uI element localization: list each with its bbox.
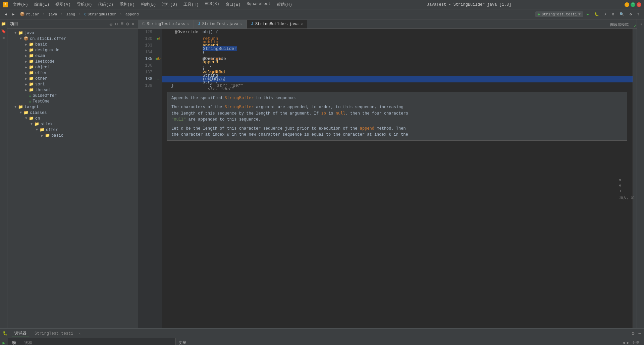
nav-forward-button[interactable]: ▶	[10, 11, 17, 17]
nav-java[interactable]: java	[46, 12, 59, 17]
debug-minimize-icon[interactable]: ─	[639, 331, 641, 336]
maximize-button[interactable]: □	[631, 2, 635, 7]
tree-arrow-basic[interactable]: ▶	[23, 43, 29, 47]
debug-button[interactable]: 🐛	[592, 11, 601, 17]
tree-item-exam[interactable]: ▶ 📁 exam	[7, 53, 138, 59]
menu-run[interactable]: 运行(U)	[159, 1, 180, 8]
tree-arrow-classes[interactable]: ▼	[18, 111, 23, 115]
structure-btn[interactable]: ≡	[1, 36, 7, 42]
vars-back-icon[interactable]: ◀	[623, 340, 625, 345]
tab-close-stringtest-class[interactable]: ✕	[187, 22, 189, 26]
close-button[interactable]: ✕	[637, 2, 641, 7]
tree-arrow-offer-pkg[interactable]: ▼	[18, 37, 23, 41]
tab-close-stringtest-java[interactable]: ✕	[240, 22, 243, 26]
tree-item-guideoffer[interactable]: ☕ GuideOffer	[7, 93, 138, 98]
tree-item-sort[interactable]: ▶ 📁 sort	[7, 81, 138, 87]
tab-stringbuilder-java[interactable]: J StringBuilder.java ✕	[247, 20, 307, 28]
tree-arrow-thread[interactable]: ▶	[23, 88, 29, 92]
menu-squaretest[interactable]: Squaretest	[244, 1, 273, 8]
tree-arrow-other[interactable]: ▶	[23, 77, 29, 81]
tree-arrow-designmode[interactable]: ▶	[23, 48, 29, 52]
nav-append[interactable]: append	[123, 12, 141, 17]
sidebar-collapse-icon[interactable]: ⊟	[114, 20, 118, 27]
project-btn[interactable]: 📁	[1, 21, 7, 27]
settings-button[interactable]: ⚙	[610, 11, 616, 17]
tree-arrow-cn[interactable]: ▼	[23, 117, 29, 120]
sidebar-settings-icon[interactable]: ⚙	[125, 20, 129, 27]
vars-container: 变量 ◀ ▶ 计数 + ◀ ▶	[176, 338, 644, 345]
tree-item-testone[interactable]: ☕ TestOne	[7, 98, 138, 104]
tree-item-object[interactable]: ▶ 📁 object	[7, 64, 138, 70]
tree-arrow-leetcode[interactable]: ▶	[23, 60, 29, 64]
window-controls[interactable]: ─ □ ✕	[625, 2, 641, 7]
menu-view[interactable]: 视图(V)	[53, 1, 73, 8]
menu-help[interactable]: 帮助(H)	[274, 1, 295, 8]
tree-item-sticki[interactable]: ▼ 📁 sticki	[7, 121, 138, 127]
gear-button[interactable]: ⚙	[628, 11, 634, 17]
tree-arrow-exam[interactable]: ▶	[23, 54, 29, 58]
debug-section-frames[interactable]: 帧	[8, 339, 20, 345]
line-num-136: 136	[138, 62, 155, 69]
nav-rtjar[interactable]: 📦rt.jar	[18, 11, 41, 17]
tree-arrow-sticki[interactable]: ▼	[29, 122, 34, 126]
code-content[interactable]: @Override public StringBuilder append ( …	[162, 29, 633, 328]
tab-close-stringbuilder-java[interactable]: ✕	[301, 22, 303, 26]
tree-item-leetcode[interactable]: ▶ 📁 leetcode	[7, 59, 138, 64]
menu-window[interactable]: 窗口(W)	[223, 1, 244, 8]
menu-refactor[interactable]: 重构(R)	[117, 1, 138, 8]
tree-arrow-sort[interactable]: ▶	[23, 82, 29, 86]
vars-forward-icon[interactable]: ▶	[627, 340, 629, 345]
translate-button[interactable]: T	[635, 12, 641, 17]
tree-arrow-target[interactable]: ▼	[13, 105, 18, 109]
menu-nav[interactable]: 导航(N)	[74, 1, 95, 8]
debug-tab-close[interactable]: ✕	[78, 332, 80, 336]
code-line-137: super . append (str); str: "def"	[162, 69, 633, 76]
tree-item-java[interactable]: ▼ 📁 java	[7, 30, 138, 36]
tree-arrow-java[interactable]: ▼	[13, 31, 18, 35]
sidebar-expand-icon[interactable]: ≡	[120, 20, 124, 27]
tree-item-designmode[interactable]: ▶ 📁 designmode	[7, 47, 138, 53]
tree-item-classes[interactable]: ▼ 📁 classes	[7, 110, 138, 116]
tree-label-offer: offer	[35, 71, 47, 75]
sidebar-locate-icon[interactable]: ◎	[109, 20, 113, 27]
tree-arrow-object[interactable]: ▶	[23, 65, 29, 69]
search-button[interactable]: 🔍	[618, 11, 626, 17]
tree-item-basic[interactable]: ▶ 📁 basic	[7, 42, 138, 47]
sidebar-close-icon[interactable]: ✕	[131, 20, 135, 27]
nav-lang[interactable]: lang	[64, 12, 77, 17]
menu-build[interactable]: 构建(B)	[138, 1, 159, 8]
coverage-button[interactable]: ⚡	[602, 11, 609, 17]
tree-arrow-basic-classes[interactable]: ▶	[40, 134, 45, 138]
run-config[interactable]: ▶ StringTest.test1 ▼	[535, 11, 583, 17]
menu-vcs[interactable]: VCS(S)	[202, 1, 222, 8]
sidebar-toolbar[interactable]: ◎ ⊟ ≡ ⚙ ✕	[109, 20, 135, 27]
debug-resume-btn[interactable]: ▶	[1, 340, 7, 345]
debug-tab-debugger[interactable]: 调试器	[12, 330, 29, 337]
tree-item-basic-classes[interactable]: ▶ 📁 basic	[7, 133, 138, 138]
menu-code[interactable]: 代码(C)	[95, 1, 116, 8]
tab-stringtest-class[interactable]: C StringTest.class ✕	[138, 20, 194, 28]
menu-bar[interactable]: 文件(F) 编辑(E) 视图(V) 导航(N) 代码(C) 重构(R) 构建(B…	[10, 1, 295, 8]
tree-item-offer[interactable]: ▶ 📁 offer	[7, 70, 138, 76]
tab-stringtest-java[interactable]: J StringTest.java ✕	[194, 20, 247, 28]
tree-item-thread[interactable]: ▶ 📁 thread	[7, 87, 138, 93]
tree-arrow-offer-classes[interactable]: ▼	[34, 128, 40, 132]
menu-file[interactable]: 文件(F)	[10, 1, 31, 8]
run-button[interactable]: ▶	[585, 11, 591, 17]
main-layout: 📁 🔖 ≡ 项目 ◎ ⊟ ≡ ⚙ ✕ ▼ 📁 java	[0, 19, 644, 328]
tree-item-cn[interactable]: ▼ 📁 cn	[7, 116, 138, 121]
tree-arrow-offer[interactable]: ▶	[23, 71, 29, 75]
debug-section-threads[interactable]: 线程	[20, 339, 36, 345]
nav-back-button[interactable]: ◀	[3, 11, 9, 17]
menu-edit[interactable]: 编辑(E)	[32, 1, 52, 8]
bookmark-btn[interactable]: 🔖	[1, 28, 7, 34]
minimize-button[interactable]: ─	[625, 2, 629, 7]
run-config-dropdown-icon[interactable]: ▼	[578, 12, 581, 16]
menu-tools[interactable]: 工具(T)	[181, 1, 202, 8]
tree-item-other[interactable]: ▶ 📁 other	[7, 76, 138, 81]
nav-stringbuilder[interactable]: C StringBuilder	[82, 12, 118, 17]
tree-item-target[interactable]: ▼ 📁 target	[7, 104, 138, 110]
tree-item-offer-classes[interactable]: ▼ 📁 offer	[7, 127, 138, 133]
tree-item-cnsticckioffer[interactable]: ▼ 📦 cn.sticki.offer	[7, 36, 138, 42]
debug-settings-icon[interactable]: ⚙	[632, 331, 634, 336]
